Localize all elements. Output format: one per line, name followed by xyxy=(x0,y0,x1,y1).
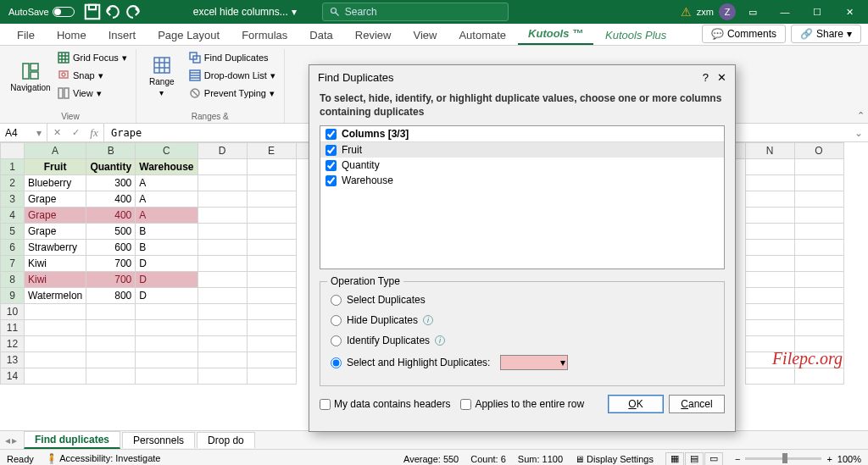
col-header-n[interactable]: N xyxy=(745,143,794,159)
row-header[interactable]: 1 xyxy=(1,159,25,175)
page-break-icon[interactable]: ▭ xyxy=(704,452,723,466)
row-header[interactable]: 5 xyxy=(1,224,25,240)
snap-button[interactable]: Snap ▾ xyxy=(54,67,131,84)
column-warehouse[interactable]: Warehouse xyxy=(320,173,724,188)
svg-rect-1 xyxy=(89,5,96,10)
row-header[interactable]: 4 xyxy=(1,208,25,224)
row-header[interactable]: 8 xyxy=(1,272,25,288)
cancel-formula-icon[interactable]: ✕ xyxy=(47,124,66,141)
share-button[interactable]: 🔗Share ▾ xyxy=(791,25,861,43)
ribbon-options-icon[interactable]: ▭ xyxy=(737,0,768,24)
row-header[interactable]: 14 xyxy=(1,368,25,385)
expand-formula-icon[interactable]: ⌄ xyxy=(849,127,868,139)
page-layout-icon[interactable]: ▤ xyxy=(685,452,704,466)
col-header-b[interactable]: B xyxy=(86,143,136,159)
columns-list[interactable]: Columns [3/3] Fruit Quantity Warehouse xyxy=(320,125,725,269)
status-sum: Sum: 1100 xyxy=(518,454,563,464)
tab-automate[interactable]: Automate xyxy=(448,25,516,45)
tab-kutools-plus[interactable]: Kutools Plus xyxy=(595,25,676,45)
dialog-title-bar: Find Duplicates ? ✕ xyxy=(309,65,735,89)
status-count: Count: 6 xyxy=(470,454,506,464)
radio-select-duplicates[interactable]: Select Duplicates xyxy=(331,294,714,306)
highlight-color-dropdown[interactable]: ▾ xyxy=(500,355,568,370)
close-icon[interactable]: ✕ xyxy=(834,0,865,24)
ribbon-tabs: File Home Insert Page Layout Formulas Da… xyxy=(0,24,868,46)
svg-rect-9 xyxy=(58,88,63,98)
close-icon[interactable]: ✕ xyxy=(717,71,726,84)
tab-view[interactable]: View xyxy=(403,25,447,45)
row-header[interactable]: 10 xyxy=(1,304,25,320)
maximize-icon[interactable]: ☐ xyxy=(802,0,832,24)
column-quantity[interactable]: Quantity xyxy=(320,158,724,173)
radio-highlight-duplicates[interactable]: Select and Highlight Duplicates:▾ xyxy=(331,355,714,370)
enter-formula-icon[interactable]: ✓ xyxy=(66,124,85,141)
row-header[interactable]: 6 xyxy=(1,240,25,256)
col-header-a[interactable]: A xyxy=(25,143,86,159)
tab-review[interactable]: Review xyxy=(345,25,402,45)
avatar[interactable]: Z xyxy=(719,3,736,20)
sheet-tab-find-duplicates[interactable]: Find duplicates xyxy=(24,431,120,449)
save-icon[interactable] xyxy=(83,3,102,21)
range-button[interactable]: Range▾ xyxy=(142,49,182,103)
warning-icon[interactable]: ⚠ xyxy=(681,5,692,19)
view-button[interactable]: View ▾ xyxy=(54,85,131,102)
autosave-toggle[interactable]: AutoSave xyxy=(8,7,75,17)
sheet-tab-drop[interactable]: Drop do xyxy=(197,432,255,448)
zoom-out-icon[interactable]: − xyxy=(735,454,740,464)
select-all-corner[interactable] xyxy=(1,143,25,159)
row-header[interactable]: 2 xyxy=(1,175,25,191)
row-header[interactable]: 9 xyxy=(1,288,25,304)
prevent-typing-button[interactable]: Prevent Typing ▾ xyxy=(186,85,279,102)
accessibility-button[interactable]: 🧍 Accessibility: Investigate xyxy=(46,453,161,464)
document-name[interactable]: excel hide columns... ▾ xyxy=(193,6,297,18)
redo-icon[interactable] xyxy=(124,3,142,21)
radio-identify-duplicates[interactable]: Identify Duplicatesi xyxy=(331,335,714,346)
col-header-e[interactable]: E xyxy=(247,143,296,159)
zoom-level[interactable]: 100% xyxy=(837,454,861,464)
row-header[interactable]: 7 xyxy=(1,256,25,272)
info-icon[interactable]: i xyxy=(423,315,433,325)
ok-button[interactable]: OK xyxy=(608,395,664,413)
sheet-prev-icon[interactable]: ◂ xyxy=(5,435,10,446)
col-header-d[interactable]: D xyxy=(198,143,247,159)
radio-hide-duplicates[interactable]: Hide Duplicatesi xyxy=(331,314,714,326)
columns-select-all[interactable]: Columns [3/3] xyxy=(320,126,724,142)
row-header[interactable]: 12 xyxy=(1,336,25,352)
column-fruit[interactable]: Fruit xyxy=(320,142,724,158)
grid-focus-button[interactable]: Grid Focus ▾ xyxy=(54,49,131,66)
tab-data[interactable]: Data xyxy=(299,25,342,45)
find-duplicates-button[interactable]: Find Duplicates xyxy=(186,49,279,66)
group-label-view: View xyxy=(10,110,131,123)
ribbon-collapse-icon[interactable]: ⌃ xyxy=(857,110,865,121)
display-settings-button[interactable]: 🖥 Display Settings xyxy=(575,454,654,464)
row-header[interactable]: 11 xyxy=(1,320,25,336)
search-box[interactable]: Search xyxy=(322,3,509,21)
sheet-next-icon[interactable]: ▸ xyxy=(12,435,17,446)
zoom-in-icon[interactable]: + xyxy=(826,454,832,464)
cancel-button[interactable]: Cancel xyxy=(669,395,725,413)
tab-kutools[interactable]: Kutools ™ xyxy=(518,24,593,45)
fx-icon[interactable]: fx xyxy=(85,124,103,141)
tab-home[interactable]: Home xyxy=(47,25,97,45)
navigation-button[interactable]: Navigation xyxy=(10,49,51,103)
row-header[interactable]: 3 xyxy=(1,191,25,208)
checkbox-has-headers[interactable]: My data contains headers xyxy=(320,398,450,410)
checkbox-entire-row[interactable]: Applies to the entire row xyxy=(460,398,584,410)
info-icon[interactable]: i xyxy=(435,335,445,346)
comments-button[interactable]: 💬Comments xyxy=(702,25,786,43)
tab-file[interactable]: File xyxy=(7,25,45,45)
col-header-o[interactable]: O xyxy=(794,143,843,159)
name-box[interactable]: A4 ▾ xyxy=(0,124,47,141)
tab-page-layout[interactable]: Page Layout xyxy=(147,25,230,45)
help-icon[interactable]: ? xyxy=(703,71,709,84)
normal-view-icon[interactable]: ▦ xyxy=(665,452,684,466)
row-header[interactable]: 13 xyxy=(1,352,25,368)
undo-icon[interactable] xyxy=(103,3,122,21)
col-header-c[interactable]: C xyxy=(136,143,198,159)
tab-formulas[interactable]: Formulas xyxy=(231,25,298,45)
zoom-slider[interactable] xyxy=(745,457,821,460)
dropdown-list-button[interactable]: Drop-down List ▾ xyxy=(186,67,279,84)
minimize-icon[interactable]: — xyxy=(770,0,800,24)
tab-insert[interactable]: Insert xyxy=(98,25,147,45)
sheet-tab-personnels[interactable]: Personnels xyxy=(122,432,195,448)
